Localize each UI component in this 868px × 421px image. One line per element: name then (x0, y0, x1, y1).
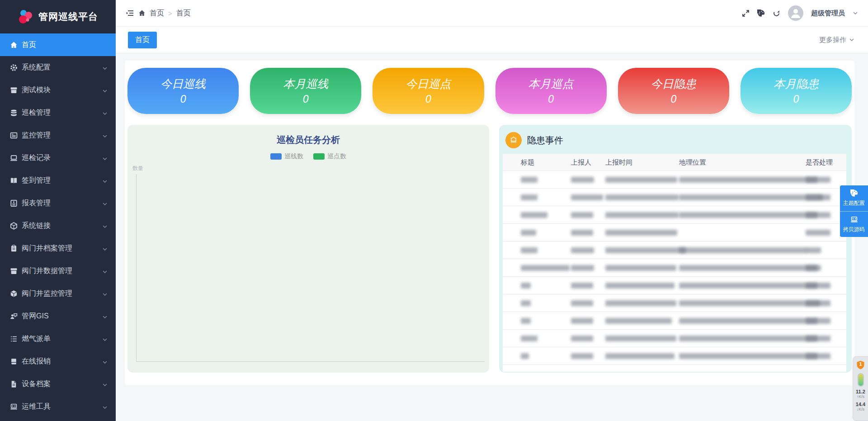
theme-config-button[interactable]: 主题配置 (840, 185, 868, 211)
redacted-cell (521, 194, 538, 200)
sidebar-item-monitor-mgmt[interactable]: 监控管理 (0, 124, 116, 147)
chevron-down-icon (102, 110, 108, 115)
sidebar-item-signin-mgmt[interactable]: 签到管理 (0, 169, 116, 192)
refresh-icon[interactable] (773, 9, 780, 17)
content-area: 今日巡线 0 本月巡线 0 今日巡点 0 本月巡点 0 (116, 53, 868, 421)
table-row[interactable] (503, 171, 846, 189)
stat-card: 今日巡线 0 (127, 68, 239, 114)
chevron-down-icon (102, 268, 108, 274)
clipboard-icon (10, 245, 18, 252)
redacted-cell (806, 336, 830, 341)
redacted-cell (571, 247, 594, 253)
redacted-cell (571, 212, 593, 218)
redacted-cell (806, 318, 830, 324)
redacted-cell (605, 177, 677, 183)
stat-card: 本月巡线 0 (250, 68, 361, 114)
chevron-down-icon (102, 336, 108, 341)
stat-cards-row: 今日巡线 0 本月巡线 0 今日巡点 0 本月巡点 0 (127, 68, 852, 114)
redacted-cell (521, 177, 538, 183)
table-row[interactable] (503, 347, 846, 365)
table-row[interactable] (503, 330, 846, 347)
chevron-down-icon (102, 223, 108, 228)
database-icon (10, 109, 18, 117)
battery-capsule-icon (858, 373, 864, 387)
redacted-cell (605, 318, 672, 324)
table-row[interactable] (503, 312, 846, 330)
legend-item[interactable]: 巡线数 (270, 152, 303, 161)
sidebar-item-valve-archive-mgmt[interactable]: 阀门井档案管理 (0, 237, 116, 260)
home-icon[interactable] (138, 9, 146, 17)
redacted-cell (605, 353, 675, 359)
stat-card: 今日隐患 0 (618, 68, 729, 114)
dashboard-card: 今日巡线 0 本月巡线 0 今日巡点 0 本月巡点 0 (125, 61, 854, 385)
cube-3d-icon (10, 290, 18, 298)
redacted-cell (521, 212, 547, 218)
list-icon (10, 335, 18, 343)
sidebar-item-test-module[interactable]: 测试模块 (0, 79, 116, 101)
chevron-down-icon (849, 37, 854, 43)
redacted-cell (605, 336, 676, 341)
legend-item[interactable]: 巡点数 (313, 152, 346, 161)
table-row[interactable] (503, 189, 846, 206)
report-icon (10, 199, 18, 207)
sidebar-item-system-config[interactable]: 系统配置 (0, 56, 116, 79)
sidebar-item-online-reimburse[interactable]: 在线报销 (0, 350, 116, 373)
redacted-cell (605, 212, 679, 218)
table-row[interactable] (503, 241, 846, 259)
book-open-icon (10, 177, 18, 184)
y-axis-label: 数量 (132, 165, 143, 172)
sidebar-item-report-mgmt[interactable]: 报表管理 (0, 192, 116, 214)
fullscreen-icon[interactable] (742, 9, 750, 17)
redacted-cell (806, 212, 830, 218)
sidebar-item-inspection-mgmt[interactable]: 巡检管理 (0, 101, 116, 124)
redacted-cell (679, 336, 817, 341)
redacted-cell (679, 247, 807, 253)
hazard-events-panel: 隐患事件 标题 上报人 上报时间 地理位置 是否处理 (499, 125, 852, 373)
redacted-cell (679, 300, 820, 306)
sidebar-item-gas-dispatch[interactable]: 燃气派单 (0, 327, 116, 350)
table-row[interactable] (503, 294, 846, 312)
laptop-code-icon (850, 216, 858, 223)
network-monitor-widget[interactable]: 1 11.2 ↑K/s 14.4 ↓K/s (853, 356, 868, 421)
chevron-down-icon[interactable] (853, 10, 858, 16)
hazard-panel-title: 隐患事件 (527, 134, 563, 147)
copy-source-button[interactable]: 拷贝源码 (840, 211, 868, 237)
hazard-table-rows (503, 171, 846, 365)
redacted-cell (806, 177, 830, 183)
table-row[interactable] (503, 224, 846, 241)
table-row[interactable] (503, 206, 846, 224)
avatar[interactable] (788, 5, 803, 21)
redacted-cell (806, 353, 830, 359)
floating-action-bar: 主题配置 拷贝源码 (840, 185, 868, 237)
sidebar-item-pipeline-gis[interactable]: 管网GIS (0, 305, 116, 327)
sidebar-item-ops-tools[interactable]: 运维工具 (0, 395, 116, 418)
app-title: 管网巡线平台 (38, 10, 98, 23)
sidebar-item-valve-monitor-mgmt[interactable]: 阀门井监控管理 (0, 282, 116, 305)
sidebar-item-home[interactable]: 首页 (0, 33, 116, 56)
sidebar-item-valve-data-mgmt[interactable]: 阀门井数据管理 (0, 260, 116, 282)
chart-legend: 巡线数 巡点数 (127, 152, 489, 161)
redacted-cell (571, 336, 593, 341)
archive-icon (10, 267, 18, 275)
breadcrumb-separator: > (168, 9, 172, 17)
monitor-list-icon (10, 132, 18, 139)
table-row[interactable] (503, 259, 846, 277)
user-name[interactable]: 超级管理员 (811, 9, 845, 18)
theme-palette-icon[interactable] (757, 9, 765, 17)
sidebar-item-system-links[interactable]: 系统链接 (0, 214, 116, 237)
chevron-down-icon (102, 65, 108, 70)
topbar-actions: 超级管理员 (742, 5, 858, 21)
collapse-sidebar-icon[interactable] (126, 9, 134, 17)
main-area: 首页 > 首页 超级管理员 首页 更多操作 (116, 0, 868, 421)
upload-speed: 11.2 ↑K/s (856, 389, 865, 399)
table-row[interactable] (503, 277, 846, 294)
tab-home[interactable]: 首页 (128, 32, 157, 48)
gear-icon (10, 64, 18, 71)
legend-swatch (313, 153, 325, 160)
breadcrumb-home[interactable]: 首页 (150, 9, 164, 18)
sidebar-item-equipment-archive[interactable]: 设备档案 (0, 373, 116, 395)
redacted-cell (806, 194, 830, 200)
sidebar-item-inspection-records[interactable]: 巡检记录 (0, 147, 116, 169)
redacted-cell (605, 283, 675, 289)
more-operations[interactable]: 更多操作 (819, 36, 854, 44)
